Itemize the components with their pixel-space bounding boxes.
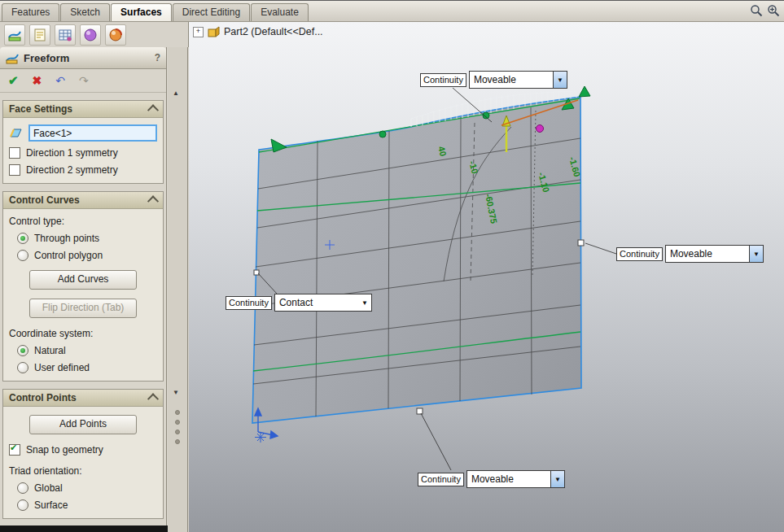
tab-evaluate[interactable]: Evaluate — [251, 3, 309, 21]
graphics-viewport[interactable] — [189, 22, 784, 532]
cancel-button[interactable]: ✖ — [33, 74, 42, 87]
add-points-button[interactable]: Add Points — [29, 415, 137, 434]
tab-surfaces[interactable]: Surfaces — [111, 3, 172, 21]
direction1-symmetry-label: Direction 1 symmetry — [26, 147, 118, 159]
collapse-chevron-icon[interactable] — [147, 104, 159, 116]
continuity-dropdown-top[interactable]: Moveable ▼ — [469, 71, 567, 89]
direction2-symmetry-label: Direction 2 symmetry — [26, 164, 118, 176]
scroll-up-icon[interactable]: ▲ — [173, 89, 179, 97]
collapse-chevron-icon[interactable] — [147, 393, 159, 404]
flip-direction-button[interactable]: Flip Direction (Tab) — [29, 299, 137, 318]
triad-orientation-label: Triad orientation: — [9, 465, 82, 477]
part-name-label: Part2 (Default<<Def... — [224, 26, 323, 37]
continuity-label: Continuity — [616, 247, 663, 261]
tab-sketch[interactable]: Sketch — [60, 3, 110, 21]
part-icon — [208, 26, 220, 37]
dropdown-value: Moveable — [470, 72, 553, 88]
direction2-symmetry-checkbox[interactable] — [9, 164, 20, 176]
global-radio[interactable] — [17, 482, 28, 494]
surface-label: Surface — [34, 499, 68, 511]
snap-to-geometry-checkbox[interactable] — [9, 444, 20, 456]
group-title: Face Settings — [9, 103, 72, 115]
panel-scroll-strip: ▲ ▼ — [168, 47, 188, 532]
dropdown-arrow-icon[interactable]: ▼ — [749, 246, 763, 262]
design-table-icon[interactable] — [55, 24, 76, 46]
surface-radio[interactable] — [17, 499, 28, 511]
tree-expand-icon[interactable]: + — [193, 27, 204, 37]
continuity-callout-left: Continuity Contact ▼ — [226, 294, 372, 312]
through-points-radio[interactable] — [17, 233, 28, 244]
face-select-icon — [9, 127, 23, 139]
help-icon[interactable]: ? — [155, 52, 160, 63]
control-type-label: Control type: — [9, 216, 64, 227]
continuity-dropdown-bottom[interactable]: Moveable ▼ — [466, 470, 565, 488]
global-label: Global — [34, 482, 63, 494]
group-title: Control Points — [9, 392, 77, 403]
bottom-edge-bar — [0, 525, 168, 532]
dropdown-value: Moveable — [666, 246, 749, 262]
dropdown-arrow-icon[interactable]: ▼ — [358, 294, 371, 311]
purple-sphere-icon[interactable] — [80, 24, 101, 46]
dropdown-arrow-icon[interactable]: ▼ — [553, 72, 567, 88]
continuity-callout-bottom: Continuity Moveable ▼ — [418, 470, 565, 488]
freeform-feature-icon — [6, 51, 19, 64]
snap-to-geometry-label: Snap to geometry — [26, 444, 103, 456]
dropdown-value: Contact — [275, 294, 358, 311]
control-curves-header[interactable]: Control Curves — [3, 192, 163, 209]
face-settings-group: Face Settings Face<1> Direction 1 symmet… — [2, 100, 164, 184]
tab-features[interactable]: Features — [2, 3, 59, 21]
continuity-label: Continuity — [420, 73, 466, 87]
zoom-icon[interactable] — [750, 4, 763, 17]
continuity-dropdown-right[interactable]: Moveable ▼ — [665, 245, 764, 263]
dropdown-value: Moveable — [467, 471, 550, 487]
zoom-to-area-icon[interactable] — [767, 4, 780, 17]
solidworks-window: 40 -10 -60.375 -1.10 -1.60 — [0, 0, 784, 532]
scroll-down-icon[interactable]: ▼ — [173, 389, 179, 396]
face-selection-input[interactable]: Face<1> — [28, 124, 157, 142]
control-curves-group: Control Curves Control type: Through poi… — [2, 191, 164, 382]
undo-button[interactable]: ↶ — [55, 74, 65, 87]
natural-radio[interactable] — [17, 345, 28, 356]
property-manager-actions: ✔ ✖ ↶ ↷ — [0, 69, 166, 93]
note-document-icon[interactable] — [29, 24, 50, 46]
panel-splitter-grip[interactable] — [175, 410, 180, 444]
orange-sphere-icon[interactable] — [105, 24, 126, 46]
property-manager-header: Freeform ? — [0, 47, 166, 69]
continuity-dropdown-left[interactable]: Contact ▼ — [274, 294, 372, 312]
panel-title: Freeform — [24, 52, 150, 64]
command-manager-tab-bar: Features Sketch Surfaces Direct Editing … — [0, 1, 784, 22]
continuity-callout-top: Continuity Moveable ▼ — [420, 71, 567, 89]
natural-label: Natural — [34, 345, 66, 356]
continuity-label: Continuity — [226, 296, 272, 310]
redo-button[interactable]: ↷ — [79, 74, 89, 87]
tab-direct-editing[interactable]: Direct Editing — [173, 3, 250, 21]
continuity-callout-right: Continuity Moveable ▼ — [616, 245, 764, 263]
property-manager-panel: Freeform ? ✔ ✖ ↶ ↷ Face Settings Face< — [0, 47, 167, 532]
control-points-group: Control Points Add Points Snap to geomet… — [2, 389, 164, 519]
add-curves-button[interactable]: Add Curves — [29, 270, 137, 290]
user-defined-label: User defined — [34, 362, 90, 373]
through-points-label: Through points — [34, 233, 99, 244]
coordinate-system-label: Coordinate system: — [9, 328, 93, 339]
collapse-chevron-icon[interactable] — [147, 195, 159, 207]
group-title: Control Curves — [9, 194, 80, 206]
direction1-symmetry-checkbox[interactable] — [9, 147, 20, 159]
continuity-label: Continuity — [418, 473, 464, 486]
control-polygon-radio[interactable] — [17, 250, 28, 261]
user-defined-radio[interactable] — [17, 362, 28, 373]
surface-tool-icon[interactable] — [4, 24, 25, 46]
control-points-header[interactable]: Control Points — [3, 390, 163, 407]
feature-tree-node[interactable]: + Part2 (Default<<Def... — [193, 26, 323, 37]
quick-toolbar — [0, 22, 189, 47]
dropdown-arrow-icon[interactable]: ▼ — [550, 471, 564, 487]
face-settings-header[interactable]: Face Settings — [3, 101, 163, 118]
control-polygon-label: Control polygon — [34, 250, 103, 261]
ok-button[interactable]: ✔ — [8, 73, 19, 88]
